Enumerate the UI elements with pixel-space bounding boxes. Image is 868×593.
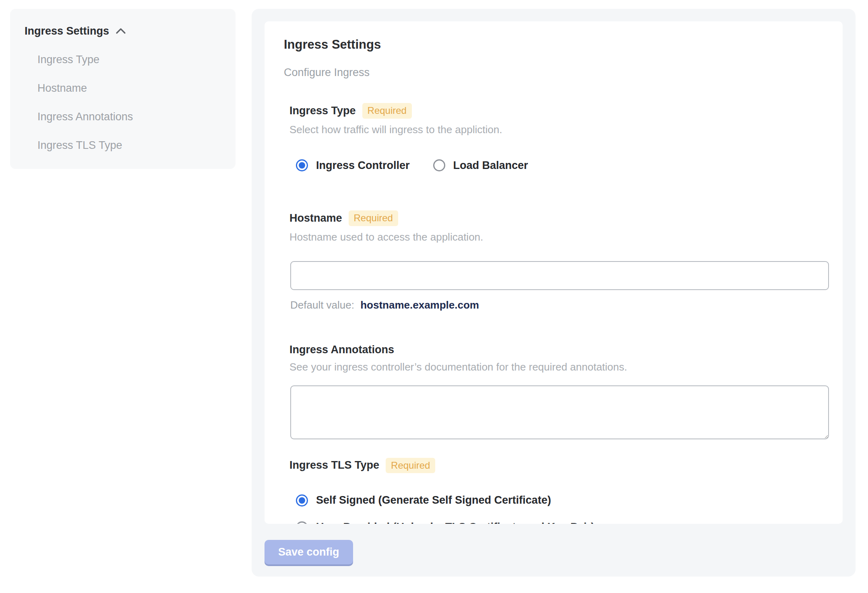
radio-label-load-balancer[interactable]: Load Balancer [453,159,528,172]
radio-self-signed[interactable] [296,494,308,507]
ingress-annotations-label: Ingress Annotations [289,344,394,356]
required-badge: Required [362,103,412,119]
radio-label-ingress-controller[interactable]: Ingress Controller [316,159,410,172]
hostname-label: Hostname [289,212,342,224]
radio-label-user-provided[interactable]: User Provided (Upload a TLS Certificate … [316,521,595,524]
section-ingress-type: Ingress Type Required Select how traffic… [289,103,823,172]
settings-nav: Ingress Settings Ingress Type Hostname I… [10,9,236,169]
default-value-label: Default value: [290,299,354,311]
hostname-help: Hostname used to access the application. [289,231,823,243]
settings-panel: Ingress Settings Configure Ingress Ingre… [252,9,856,577]
ingress-tls-type-label: Ingress TLS Type [289,459,379,472]
radio-user-provided[interactable] [296,521,308,524]
sidebar-item-ingress-tls-type[interactable]: Ingress TLS Type [37,139,221,152]
radio-label-self-signed[interactable]: Self Signed (Generate Self Signed Certif… [316,494,551,507]
required-badge: Required [386,458,435,474]
ingress-type-label: Ingress Type [289,105,356,117]
page-subtitle: Configure Ingress [284,66,823,79]
save-config-button[interactable]: Save config [265,540,353,564]
sidebar-item-list: Ingress Type Hostname Ingress Annotation… [25,54,221,152]
default-value: hostname.example.com [360,299,479,311]
ingress-type-radio-group: Ingress Controller Load Balancer [296,159,823,172]
sidebar-item-ingress-type[interactable]: Ingress Type [37,54,221,66]
page-title: Ingress Settings [284,37,823,52]
section-hostname: Hostname Required Hostname used to acces… [289,210,823,311]
section-ingress-annotations: Ingress Annotations See your ingress con… [289,344,823,439]
section-ingress-tls-type: Ingress TLS Type Required Self Signed (G… [289,458,823,524]
radio-option-self-signed[interactable]: Self Signed (Generate Self Signed Certif… [296,494,823,507]
ingress-tls-radio-group: Self Signed (Generate Self Signed Certif… [296,494,823,524]
sidebar-heading-ingress-settings[interactable]: Ingress Settings [25,25,221,37]
radio-load-balancer[interactable] [433,159,445,171]
radio-option-user-provided[interactable]: User Provided (Upload a TLS Certificate … [296,521,823,524]
ingress-settings-card: Ingress Settings Configure Ingress Ingre… [265,21,843,524]
radio-option-load-balancer[interactable]: Load Balancer [433,159,528,172]
sidebar-item-hostname[interactable]: Hostname [37,82,221,95]
ingress-annotations-textarea[interactable] [290,385,829,439]
page: Ingress Settings Ingress Type Hostname I… [0,0,868,593]
chevron-up-icon [116,25,126,37]
ingress-type-help: Select how traffic will ingress to the a… [289,124,823,136]
sidebar-heading-label: Ingress Settings [25,25,109,37]
required-badge: Required [349,210,398,226]
hostname-input[interactable] [290,261,829,290]
sidebar-item-ingress-annotations[interactable]: Ingress Annotations [37,111,221,123]
radio-option-ingress-controller[interactable]: Ingress Controller [296,159,410,172]
ingress-annotations-help: See your ingress controller’s documentat… [289,361,823,373]
hostname-default-line: Default value: hostname.example.com [290,299,823,311]
radio-ingress-controller[interactable] [296,159,308,171]
